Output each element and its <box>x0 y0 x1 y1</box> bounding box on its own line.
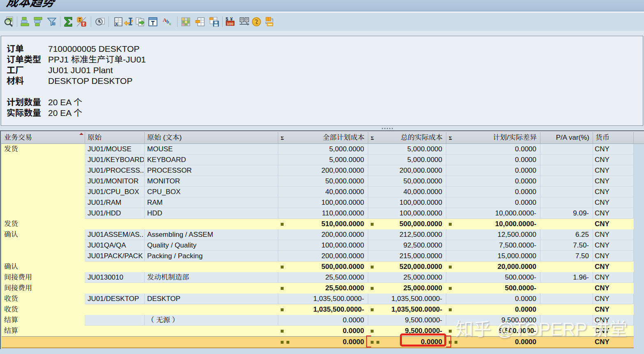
svg-text:b: b <box>166 19 169 25</box>
svg-text:x: x <box>115 21 118 27</box>
svg-text:¥: ¥ <box>230 16 233 21</box>
svg-text:$: $ <box>226 16 228 21</box>
svg-text:c: c <box>169 21 171 26</box>
svg-text:100: 100 <box>227 21 233 26</box>
